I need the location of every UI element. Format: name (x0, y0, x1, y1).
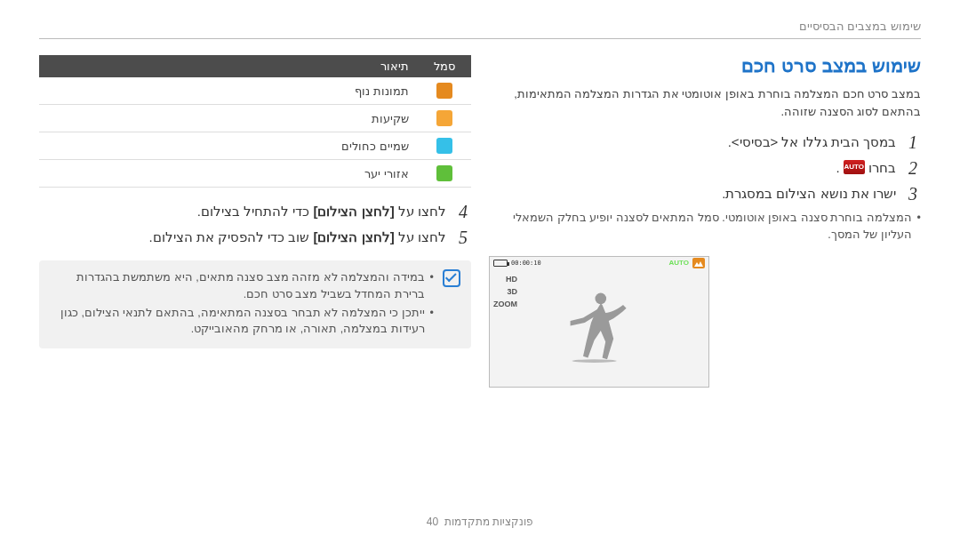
info-bullet: במידה והמצלמה לא מזהה מצב סצנה מתאים, הי… (50, 269, 434, 303)
step-number: 1 (905, 132, 921, 153)
step-1: 1 במסך הבית גללו אל <בסיסי>. (489, 132, 921, 153)
camera-preview: AUTO 00:00:10 HD 3D ZOOM (489, 256, 709, 388)
table-row: שקיעות (39, 105, 471, 132)
step-2: 2 בחרו AUTO . (489, 158, 921, 179)
step-number: 2 (905, 158, 921, 179)
step-text: לחצו על [לחצן הצילום] כדי להתחיל בצילום. (197, 202, 446, 220)
step-text: לחצו על [לחצן הצילום] שוב כדי להפסיק את … (148, 228, 446, 246)
table-row: תמונות נוף (39, 77, 471, 105)
table-cell-desc: תמונות נוף (39, 77, 418, 105)
step-number: 5 (455, 228, 471, 248)
info-box: במידה והמצלמה לא מזהה מצב סצנה מתאים, הי… (39, 260, 471, 348)
section-description: במצב סרט חכם המצלמה בוחרת באופן אוטומטי … (489, 85, 921, 120)
preview-mode-label: AUTO (668, 259, 689, 267)
step-text: במסך הבית גללו אל <בסיסי>. (728, 132, 896, 151)
step-number: 4 (455, 202, 471, 222)
scene-icon-table: סמל תיאור תמונות נוף שקיעות ש (39, 55, 471, 188)
svg-marker-0 (694, 261, 703, 267)
forest-icon (436, 165, 452, 181)
step-text: ישרו את נושא הצילום במסגרת. (722, 184, 896, 203)
breadcrumb: שימוש במצבים הבסיסיים (39, 20, 921, 39)
step-5: 5 לחצו על [לחצן הצילום] שוב כדי להפסיק א… (39, 228, 471, 248)
table-cell-desc: שקיעות (39, 105, 418, 132)
auto-mode-icon: AUTO (844, 160, 865, 174)
step-4: 4 לחצו על [לחצן הצילום] כדי להתחיל בצילו… (39, 202, 471, 222)
svg-point-1 (596, 292, 607, 304)
info-bullet: ייתכן כי המצלמה לא תבחר בסצנה המתאימה, ב… (50, 305, 434, 339)
info-check-icon (443, 269, 460, 287)
landscape-icon (436, 83, 452, 99)
svg-point-2 (572, 359, 616, 363)
step-number: 3 (905, 184, 921, 204)
skater-silhouette-icon (559, 285, 639, 365)
step-3: 3 ישרו את נושא הצילום במסגרת. (489, 184, 921, 204)
landscape-icon (692, 258, 705, 268)
table-row: שמיים כחולים (39, 132, 471, 160)
table-cell-desc: אזורי יער (39, 160, 418, 188)
section-title: שימוש במצב סרט חכם (489, 55, 921, 76)
step-note: המצלמה בוחרת סצנה באופן אוטומטי. סמל המת… (489, 210, 921, 244)
battery-icon (493, 260, 508, 267)
table-cell-desc: שמיים כחולים (39, 132, 418, 160)
sunset-icon (436, 110, 452, 126)
bluesky-icon (436, 138, 452, 154)
table-header-symbol: סמל (418, 55, 471, 77)
page-footer: פונקציות מתקדמות 40 (0, 516, 960, 528)
preview-counter: 00:00:10 (511, 260, 541, 267)
step-text: בחרו AUTO . (836, 158, 896, 177)
table-header-description: תיאור (39, 55, 418, 77)
preview-side-icons: HD 3D ZOOM (493, 275, 517, 308)
table-row: אזורי יער (39, 160, 471, 188)
